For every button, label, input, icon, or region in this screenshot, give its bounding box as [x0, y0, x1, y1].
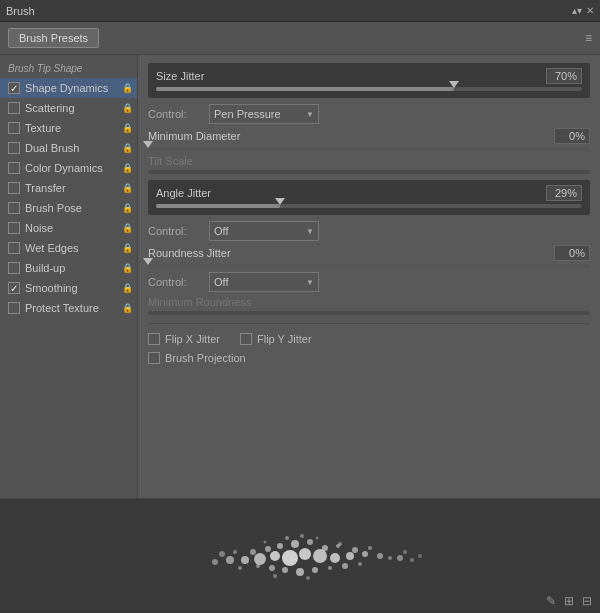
svg-point-32 [238, 566, 242, 570]
angle-jitter-fill [156, 204, 280, 208]
svg-point-33 [397, 555, 403, 561]
svg-point-0 [282, 550, 298, 566]
sidebar-item-dual-brush[interactable]: Dual Brush 🔒 [0, 138, 137, 158]
angle-jitter-track[interactable] [156, 204, 582, 208]
title-bar: Brush ▴▾ ✕ [0, 0, 600, 22]
svg-point-14 [352, 547, 358, 553]
build-up-label: Build-up [25, 262, 122, 274]
size-jitter-section: Size Jitter 70% [148, 63, 590, 98]
control3-select[interactable]: Off ▼ [209, 272, 319, 292]
sidebar-item-noise[interactable]: Noise 🔒 [0, 218, 137, 238]
min-roundness-label: Minimum Roundness [148, 296, 251, 308]
sidebar-item-texture[interactable]: Texture 🔒 [0, 118, 137, 138]
svg-point-31 [219, 551, 225, 557]
svg-point-16 [250, 549, 256, 555]
svg-point-42 [338, 542, 342, 546]
sidebar-item-smoothing[interactable]: Smoothing 🔒 [0, 278, 137, 298]
brush-projection-row: Brush Projection [148, 352, 590, 364]
texture-checkbox[interactable] [8, 122, 20, 134]
smoothing-checkbox[interactable] [8, 282, 20, 294]
roundness-jitter-track[interactable] [148, 264, 590, 268]
lock-icon-brush-pose: 🔒 [122, 203, 133, 213]
flip-x-label: Flip X Jitter [165, 333, 220, 345]
flip-x-checkbox[interactable] [148, 333, 160, 345]
panel-header: Brush Presets ≡ [0, 22, 600, 55]
noise-checkbox[interactable] [8, 222, 20, 234]
svg-point-36 [418, 554, 422, 558]
control-off-angle-row: Control: Off ▼ [148, 221, 590, 241]
svg-point-20 [282, 567, 288, 573]
color-dynamics-checkbox[interactable] [8, 162, 20, 174]
min-diameter-thumb [143, 141, 153, 148]
dual-brush-checkbox[interactable] [8, 142, 20, 154]
sidebar-item-scattering[interactable]: Scattering 🔒 [0, 98, 137, 118]
svg-point-2 [313, 549, 327, 563]
grid-icon[interactable]: ⊞ [562, 592, 576, 610]
svg-point-23 [269, 565, 275, 571]
svg-point-27 [358, 562, 362, 566]
wet-edges-label: Wet Edges [25, 242, 122, 254]
svg-point-12 [265, 546, 271, 552]
shape-dynamics-checkbox[interactable] [8, 82, 20, 94]
min-diameter-value[interactable]: 0% [554, 128, 590, 144]
control-off-roundness-row: Control: Off ▼ [148, 272, 590, 292]
angle-jitter-value[interactable]: 29% [546, 185, 582, 201]
roundness-jitter-label: Roundness Jitter [148, 247, 231, 259]
svg-point-28 [226, 556, 234, 564]
sidebar-item-transfer[interactable]: Transfer 🔒 [0, 178, 137, 198]
scattering-checkbox[interactable] [8, 102, 20, 114]
brush-tool-icon[interactable]: ✎ [544, 592, 558, 610]
angle-jitter-thumb [275, 198, 285, 205]
angle-jitter-label: Angle Jitter [156, 187, 211, 199]
svg-point-22 [312, 567, 318, 573]
size-jitter-track[interactable] [156, 87, 582, 91]
lock-icon-protect-texture: 🔒 [122, 303, 133, 313]
svg-point-30 [233, 550, 237, 554]
min-diameter-track[interactable] [148, 147, 590, 151]
size-jitter-header: Size Jitter 70% [156, 68, 582, 84]
sidebar-item-wet-edges[interactable]: Wet Edges 🔒 [0, 238, 137, 258]
wet-edges-checkbox[interactable] [8, 242, 20, 254]
brush-panel: Brush ▴▾ ✕ Brush Presets ≡ Brush Tip Sha… [0, 0, 600, 613]
control1-select[interactable]: Pen Pressure ▼ [209, 104, 319, 124]
control2-label: Control: [148, 225, 203, 237]
texture-label: Texture [25, 122, 122, 134]
select-arrow3-icon: ▼ [306, 278, 314, 287]
sidebar-item-protect-texture[interactable]: Protect Texture 🔒 [0, 298, 137, 318]
angle-jitter-header: Angle Jitter 29% [156, 185, 582, 201]
sidebar-item-brush-pose[interactable]: Brush Pose 🔒 [0, 198, 137, 218]
size-jitter-thumb [449, 81, 459, 88]
svg-point-18 [377, 553, 383, 559]
title-controls: ▴▾ ✕ [572, 5, 594, 16]
control2-select[interactable]: Off ▼ [209, 221, 319, 241]
transfer-checkbox[interactable] [8, 182, 20, 194]
svg-point-7 [241, 556, 249, 564]
select-arrow-icon: ▼ [306, 110, 314, 119]
dual-brush-label: Dual Brush [25, 142, 122, 154]
sidebar-item-build-up[interactable]: Build-up 🔒 [0, 258, 137, 278]
collapse-btn[interactable]: ▴▾ [572, 5, 582, 16]
brush-projection-checkbox[interactable] [148, 352, 160, 364]
brush-presets-button[interactable]: Brush Presets [8, 28, 99, 48]
roundness-jitter-value[interactable]: 0% [554, 245, 590, 261]
angle-jitter-section: Angle Jitter 29% [148, 180, 590, 215]
brush-tip-shape-label[interactable]: Brush Tip Shape [0, 61, 137, 78]
lock-icon-smoothing: 🔒 [122, 283, 133, 293]
lock-icon-dual-brush: 🔒 [122, 143, 133, 153]
brush-pose-checkbox[interactable] [8, 202, 20, 214]
close-btn[interactable]: ✕ [586, 5, 594, 16]
tilt-scale-track[interactable] [148, 170, 590, 174]
build-up-checkbox[interactable] [8, 262, 20, 274]
select-arrow2-icon: ▼ [306, 227, 314, 236]
svg-point-10 [307, 539, 313, 545]
panel-menu-icon[interactable]: ≡ [585, 31, 592, 45]
flip-y-checkbox[interactable] [240, 333, 252, 345]
svg-point-38 [300, 534, 304, 538]
sidebar-item-color-dynamics[interactable]: Color Dynamics 🔒 [0, 158, 137, 178]
sidebar-item-shape-dynamics[interactable]: Shape Dynamics 🔒 [0, 78, 137, 98]
size-jitter-value[interactable]: 70% [546, 68, 582, 84]
protect-texture-checkbox[interactable] [8, 302, 20, 314]
min-roundness-track[interactable] [148, 311, 590, 315]
panel-icon[interactable]: ⊟ [580, 592, 594, 610]
flip-y-label: Flip Y Jitter [257, 333, 312, 345]
